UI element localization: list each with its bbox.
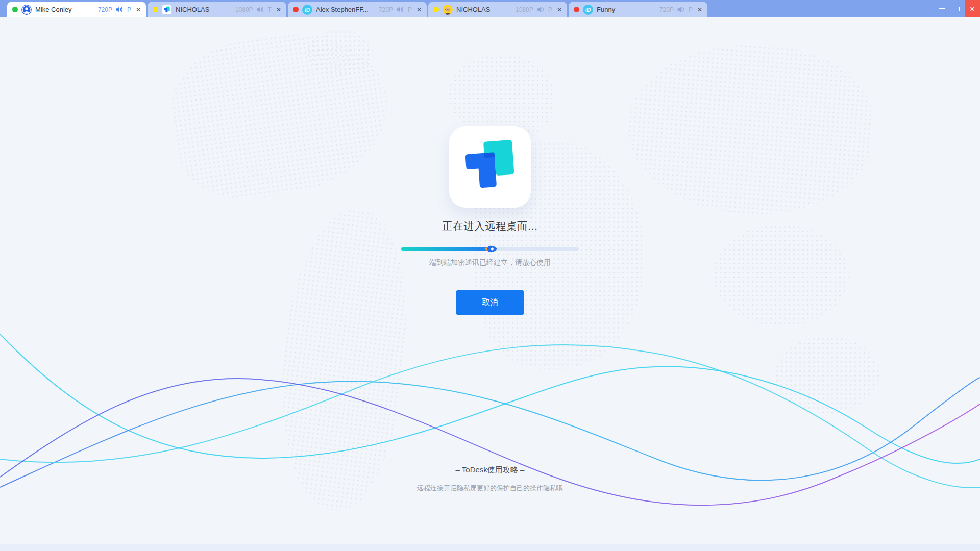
close-icon: ✕ — [970, 5, 975, 13]
maximize-button[interactable] — [949, 0, 965, 17]
session-tab-mike-conley[interactable]: Mike Conley 720P P ✕ — [7, 2, 146, 17]
tab-name: Alex StephenFF... — [316, 6, 375, 13]
minimize-button[interactable] — [934, 0, 949, 17]
background-waves — [0, 306, 980, 551]
session-tab-nicholas-2[interactable]: NICHOLAS 1080P P ✕ — [428, 2, 567, 17]
session-tab-nicholas-1[interactable]: NICHOLAS 1080P T ✕ — [148, 2, 286, 17]
dots-asia — [622, 37, 878, 222]
status-dot — [153, 7, 158, 12]
connection-progress — [401, 246, 579, 252]
photo-avatar-icon — [443, 5, 453, 15]
status-dot — [12, 7, 18, 12]
resolution-label: 720P — [98, 6, 112, 13]
tab-name: NICHOLAS — [456, 6, 512, 13]
status-dot — [574, 7, 579, 12]
speaker-icon[interactable] — [677, 6, 685, 13]
session-tab-funny[interactable]: iD Funny 720P P ✕ — [569, 2, 707, 17]
maximize-icon — [955, 7, 960, 11]
resolution-label: 720P — [659, 6, 674, 13]
tab-close-icon[interactable]: ✕ — [275, 6, 281, 13]
todesk-logo-card — [449, 126, 531, 208]
user-avatar-icon — [21, 5, 32, 15]
speaker-icon[interactable] — [537, 6, 545, 13]
speaker-icon[interactable] — [397, 6, 404, 13]
tab-close-icon[interactable]: ✕ — [556, 6, 562, 13]
tab-name: Mike Conley — [35, 6, 94, 13]
session-tab-alex-stephen[interactable]: iD Alex StephenFF... 720P P ✕ — [288, 2, 427, 17]
svg-text:iD: iD — [305, 7, 310, 13]
cancel-button[interactable]: 取消 — [456, 290, 524, 315]
window-bottom-edge — [0, 544, 980, 551]
tab-name: Funny — [597, 6, 656, 13]
tab-close-icon[interactable]: ✕ — [415, 6, 422, 13]
todesk-logo-icon — [162, 5, 172, 15]
resolution-label: 1080P — [235, 6, 253, 13]
rocket-icon — [484, 244, 498, 254]
svg-text:iD: iD — [585, 7, 591, 13]
resolution-label: 720P — [379, 6, 393, 13]
titlebar: Mike Conley 720P P ✕ NICHOLAS 1080P T ✕ … — [0, 0, 980, 17]
tab-close-icon[interactable]: ✕ — [135, 6, 141, 13]
id-avatar-icon: iD — [583, 5, 593, 15]
privacy-letter: P — [408, 6, 412, 13]
privacy-letter: P — [689, 6, 693, 13]
resolution-label: 1080P — [516, 6, 533, 13]
id-avatar-icon: iD — [302, 5, 312, 15]
tab-name: NICHOLAS — [176, 6, 232, 13]
connection-title: 正在进入远程桌面... — [0, 219, 980, 233]
encryption-status-text: 端到端加密通讯已经建立，请放心使用 — [0, 258, 980, 267]
minimize-icon — [939, 8, 945, 9]
privacy-letter: P — [127, 6, 131, 13]
dots-greenland — [306, 30, 373, 77]
todesk-logo — [449, 126, 531, 208]
window-controls: ✕ — [934, 0, 980, 17]
status-dot — [293, 7, 299, 12]
speaker-icon[interactable] — [116, 6, 124, 13]
guide-tip: 远程连接开启隐私屏更好的保护自己的操作隐私哦 — [0, 484, 980, 493]
tab-close-icon[interactable]: ✕ — [696, 6, 702, 13]
status-dot — [433, 7, 439, 12]
speaker-icon[interactable] — [257, 6, 264, 13]
window-close-button[interactable]: ✕ — [965, 0, 980, 17]
guide-title: – ToDesk使用攻略 – — [0, 465, 980, 475]
privacy-letter: T — [268, 6, 272, 13]
privacy-letter: P — [548, 6, 552, 13]
progress-fill — [401, 247, 492, 251]
